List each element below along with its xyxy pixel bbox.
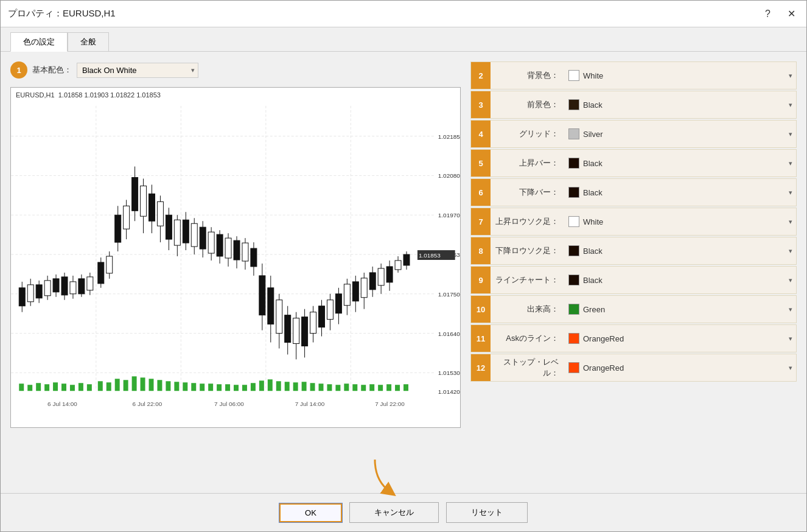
color-select-5[interactable]: White bbox=[579, 215, 796, 229]
svg-rect-136 bbox=[217, 384, 222, 391]
ok-button[interactable]: OK bbox=[279, 503, 342, 522]
svg-rect-78 bbox=[259, 276, 265, 315]
preset-select[interactable]: Black On White Black On Yellow White On … bbox=[77, 63, 198, 78]
svg-rect-38 bbox=[87, 277, 93, 290]
svg-rect-138 bbox=[234, 385, 239, 391]
badge-6: 6 bbox=[471, 179, 491, 206]
color-row-4: 4 グリッド： Silver ▾ bbox=[470, 120, 797, 148]
color-label-2: グリッド： bbox=[491, 128, 564, 139]
color-select-6[interactable]: Black bbox=[579, 244, 796, 258]
svg-rect-104 bbox=[369, 273, 376, 290]
svg-text:1.02080: 1.02080 bbox=[438, 172, 460, 179]
color-select-8[interactable]: Green bbox=[579, 303, 796, 317]
badge-7: 7 bbox=[471, 208, 491, 235]
svg-rect-40 bbox=[98, 262, 104, 284]
svg-rect-128 bbox=[149, 379, 154, 391]
svg-rect-157 bbox=[395, 385, 400, 391]
svg-rect-147 bbox=[310, 383, 315, 391]
svg-rect-119 bbox=[70, 385, 75, 391]
color-select-0[interactable]: White bbox=[579, 69, 796, 83]
close-button[interactable]: ✕ bbox=[784, 7, 799, 21]
reset-button[interactable]: リセット bbox=[446, 502, 528, 523]
color-select-4[interactable]: Black bbox=[579, 186, 796, 200]
chart-container: EURUSD,H1 1.01858 1.01903 1.01822 1.0185… bbox=[10, 87, 461, 428]
svg-rect-70 bbox=[225, 238, 231, 258]
svg-rect-143 bbox=[276, 381, 281, 391]
svg-rect-134 bbox=[200, 383, 204, 391]
svg-rect-132 bbox=[183, 382, 187, 391]
color-select-7[interactable]: Black bbox=[579, 273, 796, 287]
preset-row: 1 基本配色： Black On White Black On Yellow W… bbox=[10, 61, 461, 79]
color-row-8: 8 下降ロウソク足： Black ▾ bbox=[470, 237, 797, 265]
svg-rect-151 bbox=[344, 383, 349, 391]
left-panel: 1 基本配色： Black On White Black On Yellow W… bbox=[10, 61, 461, 483]
svg-rect-62 bbox=[191, 223, 197, 247]
svg-rect-140 bbox=[251, 383, 256, 391]
svg-rect-74 bbox=[242, 243, 248, 261]
svg-rect-26 bbox=[36, 285, 42, 298]
badge-4: 4 bbox=[471, 121, 491, 147]
color-row-5: 5 上昇バー： Black ▾ bbox=[470, 149, 797, 177]
title-bar-buttons: ? ✕ bbox=[761, 7, 799, 21]
color-row-11: 11 Askのライン： OrangeRed ▾ bbox=[470, 324, 797, 352]
svg-rect-106 bbox=[378, 268, 384, 285]
color-row-2: 2 背景色： White ▾ bbox=[470, 61, 797, 89]
color-label-9: Askのライン： bbox=[491, 333, 564, 344]
svg-rect-124 bbox=[115, 379, 120, 391]
svg-rect-152 bbox=[352, 384, 357, 391]
color-select-10[interactable]: OrangeRed bbox=[579, 361, 796, 375]
svg-rect-22 bbox=[19, 288, 25, 306]
svg-rect-153 bbox=[361, 385, 366, 391]
svg-rect-117 bbox=[53, 382, 58, 391]
svg-rect-148 bbox=[319, 383, 324, 391]
chart-svg: 1.02185 1.02080 1.01970 1.01853 1.01750 … bbox=[11, 88, 460, 427]
svg-rect-42 bbox=[107, 256, 113, 273]
color-swatch-2 bbox=[568, 128, 579, 139]
svg-rect-158 bbox=[403, 384, 408, 391]
color-select-3[interactable]: Black bbox=[579, 156, 796, 170]
svg-rect-150 bbox=[335, 385, 340, 391]
color-select-wrapper-9: OrangeRed ▾ bbox=[564, 332, 796, 346]
color-select-wrapper-2: Silver ▾ bbox=[564, 127, 796, 141]
svg-rect-24 bbox=[27, 285, 33, 302]
svg-rect-34 bbox=[70, 282, 76, 294]
badge-1: 1 bbox=[10, 61, 27, 79]
help-button[interactable]: ? bbox=[761, 7, 774, 21]
tab-color[interactable]: 色の設定 bbox=[10, 32, 68, 52]
color-select-wrapper-5: White ▾ bbox=[564, 215, 796, 229]
svg-text:1.01530: 1.01530 bbox=[438, 369, 460, 376]
color-row-12: 12 ストップ・レベル： OrangeRed ▾ bbox=[470, 354, 797, 382]
svg-rect-156 bbox=[386, 384, 391, 391]
svg-rect-28 bbox=[44, 281, 51, 296]
color-swatch-0 bbox=[568, 70, 579, 81]
svg-rect-141 bbox=[259, 380, 264, 391]
svg-rect-44 bbox=[115, 215, 121, 242]
bottom-section: OK キャンセル リセット bbox=[1, 493, 806, 531]
color-select-1[interactable]: Black bbox=[579, 98, 796, 112]
svg-rect-52 bbox=[149, 194, 155, 221]
svg-rect-145 bbox=[293, 382, 298, 391]
svg-rect-112 bbox=[403, 254, 410, 265]
cancel-button[interactable]: キャンセル bbox=[349, 502, 439, 523]
chart-symbol: EURUSD,H1 bbox=[16, 91, 55, 99]
svg-rect-54 bbox=[157, 201, 163, 226]
svg-rect-146 bbox=[302, 382, 307, 391]
svg-rect-155 bbox=[378, 385, 383, 391]
tab-general[interactable]: 全般 bbox=[68, 32, 109, 51]
svg-text:1.01853: 1.01853 bbox=[419, 252, 441, 259]
svg-rect-120 bbox=[79, 383, 83, 391]
badge-10: 10 bbox=[471, 296, 491, 323]
svg-text:7 Jul 14:00: 7 Jul 14:00 bbox=[295, 401, 325, 407]
color-select-9[interactable]: OrangeRed bbox=[579, 332, 796, 346]
tabs-area: 色の設定 全般 bbox=[1, 27, 806, 52]
svg-rect-115 bbox=[36, 383, 41, 391]
svg-rect-84 bbox=[285, 315, 291, 343]
color-select-2[interactable]: Silver bbox=[579, 127, 796, 141]
svg-text:7 Jul 06:00: 7 Jul 06:00 bbox=[214, 401, 244, 407]
svg-text:1.01970: 1.01970 bbox=[438, 212, 460, 219]
color-row-6: 6 下降バー： Black ▾ bbox=[470, 178, 797, 206]
preset-label: 基本配色： bbox=[32, 65, 72, 75]
svg-rect-137 bbox=[225, 384, 230, 391]
svg-rect-108 bbox=[386, 267, 393, 282]
svg-rect-130 bbox=[166, 381, 170, 391]
